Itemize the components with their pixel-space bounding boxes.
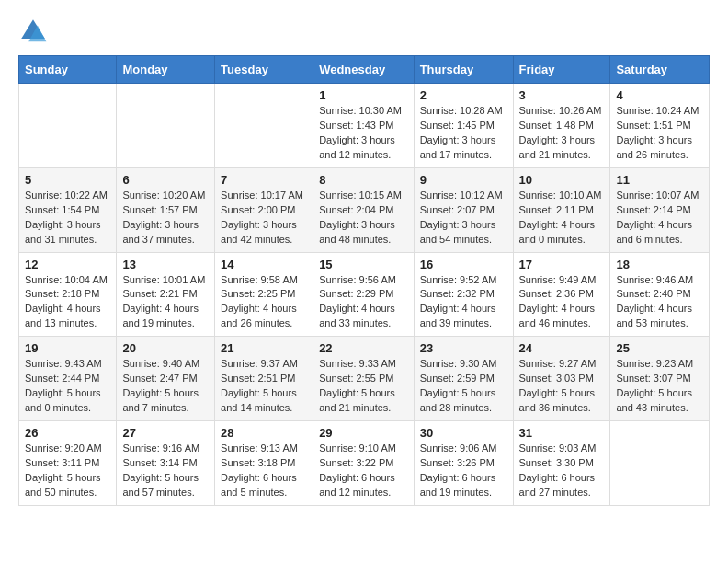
day-info: Sunrise: 10:04 AM Sunset: 2:18 PM Daylig…	[25, 273, 110, 332]
day-info: Sunrise: 9:37 AM Sunset: 2:51 PM Dayligh…	[221, 357, 307, 416]
day-cell	[610, 421, 710, 506]
weekday-header-saturday: Saturday	[610, 56, 710, 84]
weekday-header-wednesday: Wednesday	[313, 56, 415, 84]
day-number: 8	[319, 173, 408, 187]
header	[18, 17, 710, 46]
day-cell: 26Sunrise: 9:20 AM Sunset: 3:11 PM Dayli…	[19, 421, 117, 506]
day-info: Sunrise: 10:20 AM Sunset: 1:57 PM Daylig…	[122, 189, 209, 247]
logo	[18, 17, 53, 46]
day-number: 22	[319, 341, 408, 355]
day-number: 24	[519, 341, 605, 355]
day-info: Sunrise: 10:15 AM Sunset: 2:04 PM Daylig…	[319, 189, 408, 247]
day-number: 14	[221, 258, 307, 271]
week-row-5: 26Sunrise: 9:20 AM Sunset: 3:11 PM Dayli…	[19, 421, 710, 506]
day-number: 28	[221, 426, 307, 440]
week-row-4: 19Sunrise: 9:43 AM Sunset: 2:44 PM Dayli…	[19, 337, 710, 421]
day-number: 10	[519, 173, 605, 187]
day-info: Sunrise: 10:12 AM Sunset: 2:07 PM Daylig…	[420, 189, 507, 247]
day-number: 18	[616, 258, 703, 271]
day-number: 6	[122, 173, 209, 187]
day-info: Sunrise: 10:17 AM Sunset: 2:00 PM Daylig…	[221, 189, 307, 247]
day-number: 2	[420, 88, 507, 102]
day-cell: 22Sunrise: 9:33 AM Sunset: 2:55 PM Dayli…	[313, 337, 415, 421]
day-cell: 2Sunrise: 10:28 AM Sunset: 1:45 PM Dayli…	[414, 84, 513, 168]
day-info: Sunrise: 10:10 AM Sunset: 2:11 PM Daylig…	[519, 189, 605, 247]
day-cell	[117, 84, 215, 168]
day-info: Sunrise: 10:01 AM Sunset: 2:21 PM Daylig…	[122, 273, 209, 332]
day-cell: 30Sunrise: 9:06 AM Sunset: 3:26 PM Dayli…	[414, 421, 513, 506]
day-info: Sunrise: 9:06 AM Sunset: 3:26 PM Dayligh…	[420, 442, 507, 500]
weekday-header-tuesday: Tuesday	[215, 56, 313, 84]
day-cell: 31Sunrise: 9:03 AM Sunset: 3:30 PM Dayli…	[513, 421, 610, 506]
day-info: Sunrise: 9:20 AM Sunset: 3:11 PM Dayligh…	[25, 442, 110, 500]
day-cell: 29Sunrise: 9:10 AM Sunset: 3:22 PM Dayli…	[313, 421, 415, 506]
day-number: 21	[221, 341, 307, 355]
day-number: 29	[319, 426, 408, 440]
day-info: Sunrise: 9:03 AM Sunset: 3:30 PM Dayligh…	[519, 442, 605, 500]
day-cell: 10Sunrise: 10:10 AM Sunset: 2:11 PM Dayl…	[513, 167, 610, 252]
day-info: Sunrise: 10:26 AM Sunset: 1:48 PM Daylig…	[519, 104, 605, 163]
week-row-3: 12Sunrise: 10:04 AM Sunset: 2:18 PM Dayl…	[19, 252, 710, 337]
day-info: Sunrise: 9:16 AM Sunset: 3:14 PM Dayligh…	[122, 442, 209, 500]
day-cell: 7Sunrise: 10:17 AM Sunset: 2:00 PM Dayli…	[215, 167, 313, 252]
weekday-header-monday: Monday	[117, 56, 215, 84]
day-number: 30	[420, 426, 507, 440]
day-info: Sunrise: 10:30 AM Sunset: 1:43 PM Daylig…	[319, 104, 408, 163]
calendar: SundayMondayTuesdayWednesdayThursdayFrid…	[18, 55, 710, 506]
day-info: Sunrise: 9:13 AM Sunset: 3:18 PM Dayligh…	[221, 442, 307, 500]
day-cell: 28Sunrise: 9:13 AM Sunset: 3:18 PM Dayli…	[215, 421, 313, 506]
day-info: Sunrise: 9:49 AM Sunset: 2:36 PM Dayligh…	[519, 273, 605, 332]
day-number: 4	[616, 88, 703, 102]
day-info: Sunrise: 9:52 AM Sunset: 2:32 PM Dayligh…	[420, 273, 507, 332]
day-info: Sunrise: 9:23 AM Sunset: 3:07 PM Dayligh…	[616, 357, 703, 416]
day-info: Sunrise: 10:24 AM Sunset: 1:51 PM Daylig…	[616, 104, 703, 163]
day-cell: 8Sunrise: 10:15 AM Sunset: 2:04 PM Dayli…	[313, 167, 415, 252]
day-number: 11	[616, 173, 703, 187]
day-number: 16	[420, 258, 507, 271]
day-cell: 20Sunrise: 9:40 AM Sunset: 2:47 PM Dayli…	[117, 337, 215, 421]
day-info: Sunrise: 9:33 AM Sunset: 2:55 PM Dayligh…	[319, 357, 408, 416]
weekday-header-friday: Friday	[513, 56, 610, 84]
day-info: Sunrise: 9:30 AM Sunset: 2:59 PM Dayligh…	[420, 357, 507, 416]
day-number: 27	[122, 426, 209, 440]
day-number: 1	[319, 88, 408, 102]
page: SundayMondayTuesdayWednesdayThursdayFrid…	[0, 0, 728, 523]
day-cell: 15Sunrise: 9:56 AM Sunset: 2:29 PM Dayli…	[313, 252, 415, 337]
day-number: 31	[519, 426, 605, 440]
day-number: 12	[25, 258, 110, 271]
day-cell: 6Sunrise: 10:20 AM Sunset: 1:57 PM Dayli…	[117, 167, 215, 252]
day-cell	[215, 84, 313, 168]
day-number: 15	[319, 258, 408, 271]
day-cell: 12Sunrise: 10:04 AM Sunset: 2:18 PM Dayl…	[19, 252, 117, 337]
day-cell: 23Sunrise: 9:30 AM Sunset: 2:59 PM Dayli…	[414, 337, 513, 421]
day-info: Sunrise: 10:22 AM Sunset: 1:54 PM Daylig…	[25, 189, 110, 247]
day-number: 26	[25, 426, 110, 440]
day-cell: 1Sunrise: 10:30 AM Sunset: 1:43 PM Dayli…	[313, 84, 415, 168]
day-number: 19	[25, 341, 110, 355]
weekday-header-row: SundayMondayTuesdayWednesdayThursdayFrid…	[19, 56, 710, 84]
day-info: Sunrise: 9:56 AM Sunset: 2:29 PM Dayligh…	[319, 273, 408, 332]
day-cell: 17Sunrise: 9:49 AM Sunset: 2:36 PM Dayli…	[513, 252, 610, 337]
day-cell: 11Sunrise: 10:07 AM Sunset: 2:14 PM Dayl…	[610, 167, 710, 252]
day-cell: 14Sunrise: 9:58 AM Sunset: 2:25 PM Dayli…	[215, 252, 313, 337]
logo-icon	[18, 17, 48, 46]
day-number: 25	[616, 341, 703, 355]
day-info: Sunrise: 10:07 AM Sunset: 2:14 PM Daylig…	[616, 189, 703, 247]
day-info: Sunrise: 9:27 AM Sunset: 3:03 PM Dayligh…	[519, 357, 605, 416]
day-cell	[19, 84, 117, 168]
day-info: Sunrise: 9:40 AM Sunset: 2:47 PM Dayligh…	[122, 357, 209, 416]
weekday-header-thursday: Thursday	[414, 56, 513, 84]
day-cell: 24Sunrise: 9:27 AM Sunset: 3:03 PM Dayli…	[513, 337, 610, 421]
day-cell: 19Sunrise: 9:43 AM Sunset: 2:44 PM Dayli…	[19, 337, 117, 421]
day-info: Sunrise: 9:58 AM Sunset: 2:25 PM Dayligh…	[221, 273, 307, 332]
day-cell: 27Sunrise: 9:16 AM Sunset: 3:14 PM Dayli…	[117, 421, 215, 506]
day-number: 9	[420, 173, 507, 187]
day-number: 3	[519, 88, 605, 102]
day-number: 20	[122, 341, 209, 355]
day-number: 5	[25, 173, 110, 187]
day-number: 7	[221, 173, 307, 187]
day-cell: 18Sunrise: 9:46 AM Sunset: 2:40 PM Dayli…	[610, 252, 710, 337]
week-row-2: 5Sunrise: 10:22 AM Sunset: 1:54 PM Dayli…	[19, 167, 710, 252]
day-cell: 3Sunrise: 10:26 AM Sunset: 1:48 PM Dayli…	[513, 84, 610, 168]
day-cell: 21Sunrise: 9:37 AM Sunset: 2:51 PM Dayli…	[215, 337, 313, 421]
